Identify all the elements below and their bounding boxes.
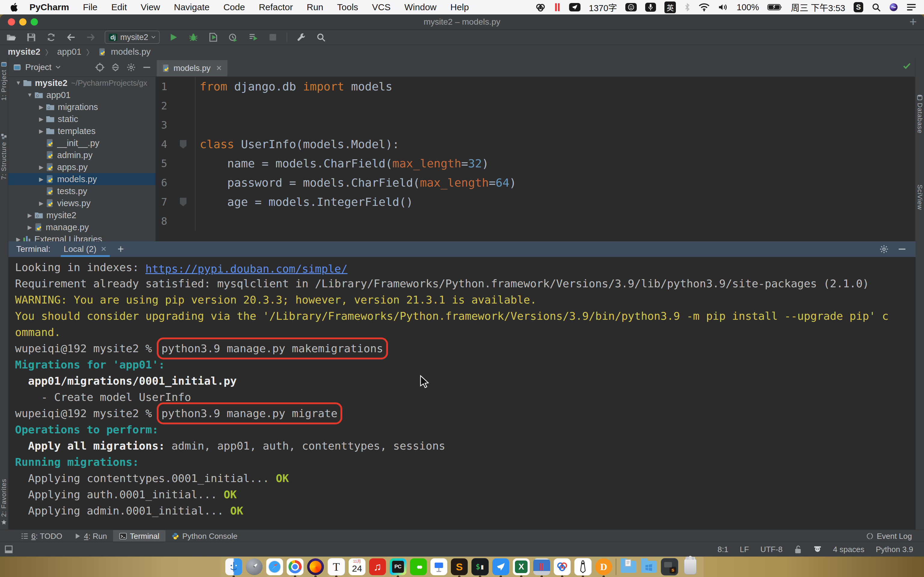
tree-item-static[interactable]: ▶static: [8, 113, 155, 125]
menu-pycharm[interactable]: PyCharm: [29, 2, 69, 12]
menu-file[interactable]: File: [83, 2, 97, 12]
run-button[interactable]: [168, 31, 179, 43]
tree-right-arrow-icon[interactable]: ▶: [25, 224, 34, 231]
dock-item-calendar[interactable]: 11月24: [349, 558, 365, 575]
caret-position[interactable]: 8:1: [717, 545, 728, 554]
navigate-back-icon[interactable]: [65, 31, 77, 43]
run-configuration-select[interactable]: djmysite2: [105, 31, 160, 44]
control-center-list-icon[interactable]: [906, 3, 916, 11]
sidebar-item-favorites[interactable]: 2: Favorites: [0, 479, 8, 525]
plus-icon[interactable]: +: [909, 16, 917, 28]
dock-item-sublime-text[interactable]: S: [451, 558, 468, 575]
profiler-button[interactable]: [227, 31, 239, 43]
dock-item-pycharm[interactable]: PC: [389, 558, 406, 575]
python-interpreter[interactable]: Python 3.9: [876, 545, 913, 554]
code-line-2[interactable]: 2: [155, 96, 916, 115]
word-count-text[interactable]: 1370字: [589, 1, 617, 13]
code-line-3[interactable]: 3: [155, 115, 916, 135]
dock-item-excel[interactable]: X: [513, 558, 530, 575]
input-method-badge[interactable]: 英: [664, 2, 676, 13]
tree-item-models-py[interactable]: ▶models.py: [8, 173, 155, 185]
battery-icon[interactable]: [767, 3, 782, 11]
menu-refactor[interactable]: Refactor: [258, 2, 292, 12]
sogou-icon[interactable]: S: [854, 2, 863, 12]
tree-item-app01[interactable]: ▼app01: [8, 89, 155, 101]
tree-right-arrow-icon[interactable]: ▶: [37, 104, 46, 111]
menu-window[interactable]: Window: [405, 2, 437, 12]
indent-setting[interactable]: 4 spaces: [833, 545, 864, 554]
netdisk-menu-icon[interactable]: [535, 3, 546, 12]
breadcrumb-app01[interactable]: app01: [57, 47, 81, 57]
tree-item-mysite2[interactable]: ▼mysite2~/PycharmProjects/gx: [8, 77, 155, 89]
dock-item-dingtalk[interactable]: [493, 558, 509, 575]
hector-inspector-icon[interactable]: [813, 545, 822, 554]
dock-item-parallels-desktop[interactable]: ‖: [533, 558, 550, 575]
tree-right-arrow-icon[interactable]: ▶: [37, 164, 46, 171]
tree-item-migrations[interactable]: ▶migrations: [8, 101, 155, 113]
close-terminal-tab-icon[interactable]: ✕: [101, 245, 107, 253]
mic-input-icon[interactable]: [645, 3, 656, 12]
chevron-down-icon[interactable]: [56, 66, 60, 69]
tree-right-arrow-icon[interactable]: ▶: [25, 212, 34, 219]
gear-icon[interactable]: [127, 63, 136, 72]
fold-marker-icon[interactable]: [180, 140, 186, 148]
settings-wrench-button[interactable]: [295, 31, 307, 43]
line-separator[interactable]: LF: [740, 545, 749, 554]
new-terminal-session-button[interactable]: +: [118, 243, 124, 255]
code-line-8[interactable]: 8: [155, 211, 916, 231]
debug-button[interactable]: [187, 31, 199, 43]
menu-edit[interactable]: Edit: [111, 2, 127, 12]
dock-item-documents-folder[interactable]: [620, 558, 637, 575]
emoji-input-icon[interactable]: [625, 3, 637, 11]
hide-panel-icon[interactable]: [142, 63, 151, 72]
unlock-icon[interactable]: [794, 545, 802, 554]
terminal-output[interactable]: Looking in indexes: https://pypi.douban.…: [8, 257, 916, 530]
fold-marker-icon[interactable]: [180, 198, 186, 206]
apple-logo-icon[interactable]: [10, 3, 18, 12]
sidebar-item-sciview[interactable]: SciView: [916, 185, 924, 210]
menu-help[interactable]: Help: [450, 2, 469, 12]
toolwindow-terminal[interactable]: Terminal: [113, 530, 165, 542]
dock-item-finder[interactable]: [225, 558, 242, 575]
dock-item-typora[interactable]: T: [328, 558, 345, 575]
wifi-icon[interactable]: [699, 3, 709, 11]
sidebar-item-structure[interactable]: 7: Structure: [0, 134, 8, 180]
tree-right-arrow-icon[interactable]: ▶: [37, 116, 46, 122]
menu-tools[interactable]: Tools: [337, 2, 358, 12]
breadcrumb-models.py[interactable]: models.py: [111, 47, 151, 57]
siri-icon[interactable]: [889, 3, 898, 12]
tree-item-tests-py[interactable]: tests.py: [8, 185, 155, 197]
close-tab-icon[interactable]: ✕: [216, 64, 222, 73]
run-with-coverage-button[interactable]: [207, 31, 219, 43]
toolwindow-todo[interactable]: 6: TODO: [15, 530, 68, 542]
tree-item-templates[interactable]: ▶templates: [8, 125, 155, 137]
breadcrumb-mysite2[interactable]: mysite2: [8, 47, 40, 57]
bluetooth-icon[interactable]: [684, 3, 690, 12]
dock-item-launchpad[interactable]: [246, 558, 263, 575]
terminal-tab-local[interactable]: Local (2) ✕: [61, 241, 110, 257]
dock-item-netease-music[interactable]: ♫: [369, 558, 386, 575]
event-log-button[interactable]: Event Log: [866, 532, 924, 541]
terminal-settings-gear-icon[interactable]: [879, 245, 888, 254]
dock-item-video-app-d[interactable]: D: [595, 558, 612, 575]
menu-navigate[interactable]: Navigate: [174, 2, 209, 12]
tree-down-arrow-icon[interactable]: ▼: [14, 80, 23, 86]
dock-item-firefox[interactable]: [307, 558, 324, 575]
minimize-terminal-icon[interactable]: [898, 245, 906, 254]
dock-item-keynote[interactable]: [430, 558, 447, 575]
code-line-4[interactable]: 4class UserInfo(models.Model):: [155, 135, 916, 154]
dock-item-tie-app[interactable]: [574, 558, 592, 575]
tree-right-arrow-icon[interactable]: ▶: [14, 236, 23, 242]
dock-item-chrome[interactable]: [287, 558, 304, 575]
menu-code[interactable]: Code: [223, 2, 245, 12]
tree-item-mysite2[interactable]: ▶mysite2: [8, 209, 155, 221]
toolwindow-python-console[interactable]: Python Console: [165, 530, 244, 542]
dingtalk-menu-icon[interactable]: [569, 3, 580, 11]
code-line-5[interactable]: 5 name = models.CharField(max_length=32): [155, 154, 916, 173]
dock-item-dark-stack[interactable]: s: [661, 558, 678, 575]
sync-icon[interactable]: [45, 31, 57, 43]
tree-right-arrow-icon[interactable]: ▶: [37, 176, 46, 183]
tree-item--init-py[interactable]: __init__.py: [8, 137, 155, 149]
pause-indicator-icon[interactable]: [554, 3, 561, 12]
open-project-icon[interactable]: [5, 31, 18, 43]
